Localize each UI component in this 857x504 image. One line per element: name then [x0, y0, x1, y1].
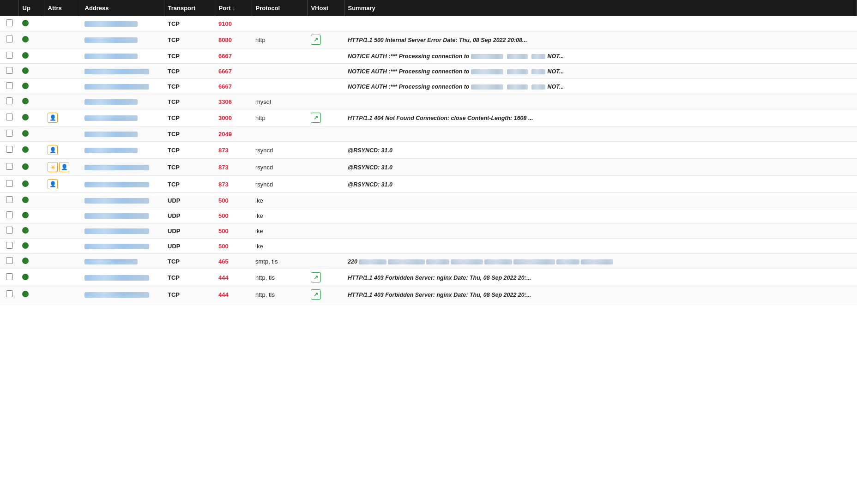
- col-header-up[interactable]: Up: [18, 0, 44, 16]
- row-checkbox[interactable]: [6, 130, 13, 137]
- up-indicator: [22, 20, 29, 26]
- protocol-cell: rsyncd: [252, 159, 307, 176]
- row-checkbox[interactable]: [6, 82, 13, 89]
- protocol-cell: [252, 48, 307, 64]
- row-checkbox[interactable]: [6, 290, 13, 297]
- summary-cell: @RSYNCD: 31.0: [344, 159, 857, 176]
- row-checkbox[interactable]: [6, 146, 13, 153]
- vhost-cell: [307, 208, 344, 223]
- port-cell: 2049: [215, 126, 252, 142]
- row-checkbox[interactable]: [6, 257, 13, 264]
- port-cell: 3306: [215, 94, 252, 109]
- up-indicator: [22, 197, 29, 203]
- protocol-cell: http: [252, 31, 307, 48]
- up-indicator: [22, 130, 29, 137]
- vhost-link-icon[interactable]: ↗: [311, 113, 321, 123]
- row-checkbox[interactable]: [6, 52, 13, 59]
- row-checkbox[interactable]: [6, 242, 13, 249]
- transport-cell: TCP: [164, 48, 215, 64]
- table-row: 👤TCP3000http↗HTTP/1.1 404 Not Found Conn…: [0, 109, 857, 126]
- address-cell: [81, 94, 164, 109]
- up-indicator: [22, 163, 29, 170]
- row-checkbox[interactable]: [6, 67, 13, 74]
- up-indicator: [22, 83, 29, 89]
- summary-cell: HTTP/1.1 403 Forbidden Server: nginx Dat…: [344, 286, 857, 303]
- address-cell: [81, 176, 164, 193]
- row-checkbox[interactable]: [6, 196, 13, 203]
- port-cell: 873: [215, 159, 252, 176]
- row-checkbox[interactable]: [6, 211, 13, 218]
- row-checkbox[interactable]: [6, 97, 13, 104]
- address-cell: [81, 126, 164, 142]
- person-icon[interactable]: 👤: [48, 113, 58, 123]
- summary-cell: @RSYNCD: 31.0: [344, 142, 857, 159]
- address-cell: [81, 109, 164, 126]
- vhost-link-icon[interactable]: ↗: [311, 35, 321, 45]
- transport-cell: UDP: [164, 223, 215, 239]
- protocol-cell: [252, 64, 307, 79]
- vhost-link-icon[interactable]: ↗: [311, 272, 321, 282]
- up-indicator: [22, 227, 29, 234]
- up-indicator: [22, 180, 29, 187]
- summary-cell: [344, 208, 857, 223]
- vhost-cell: [307, 176, 344, 193]
- protocol-cell: http: [252, 109, 307, 126]
- vhost-cell: ↗: [307, 31, 344, 48]
- up-indicator: [22, 36, 29, 42]
- transport-cell: TCP: [164, 286, 215, 303]
- up-indicator: [22, 242, 29, 249]
- col-header-attrs[interactable]: Attrs: [44, 0, 81, 16]
- table-row: TCP9100: [0, 16, 857, 31]
- row-checkbox[interactable]: [6, 19, 13, 26]
- row-checkbox[interactable]: [6, 163, 13, 170]
- summary-cell: HTTP/1.1 404 Not Found Connection: close…: [344, 109, 857, 126]
- col-header-vhost[interactable]: VHost: [307, 0, 344, 16]
- protocol-cell: ike: [252, 208, 307, 223]
- protocol-cell: [252, 16, 307, 31]
- row-checkbox[interactable]: [6, 180, 13, 187]
- star-icon[interactable]: ✳: [48, 162, 58, 172]
- address-cell: [81, 16, 164, 31]
- col-header-transport[interactable]: Transport: [164, 0, 215, 16]
- address-cell: [81, 31, 164, 48]
- row-checkbox[interactable]: [6, 273, 13, 280]
- row-checkbox[interactable]: [6, 36, 13, 42]
- transport-cell: TCP: [164, 142, 215, 159]
- person-icon[interactable]: 👤: [48, 145, 58, 155]
- port-cell: 444: [215, 286, 252, 303]
- vhost-cell: [307, 126, 344, 142]
- vhost-cell: [307, 16, 344, 31]
- summary-cell: [344, 193, 857, 208]
- protocol-cell: smtp, tls: [252, 254, 307, 269]
- port-cell: 500: [215, 208, 252, 223]
- vhost-cell: [307, 254, 344, 269]
- up-indicator: [22, 146, 29, 153]
- port-cell: 444: [215, 269, 252, 286]
- vhost-link-icon[interactable]: ↗: [311, 289, 321, 300]
- person-icon[interactable]: 👤: [48, 179, 58, 189]
- up-indicator: [22, 258, 29, 264]
- up-indicator: [22, 212, 29, 218]
- table-row: UDP500ike: [0, 193, 857, 208]
- vhost-cell: [307, 223, 344, 239]
- col-header-summary[interactable]: Summary: [344, 0, 857, 16]
- table-row: ✳👤TCP873rsyncd@RSYNCD: 31.0: [0, 159, 857, 176]
- table-row: TCP2049: [0, 126, 857, 142]
- person-icon[interactable]: 👤: [59, 162, 69, 172]
- port-cell: 8080: [215, 31, 252, 48]
- row-checkbox[interactable]: [6, 227, 13, 234]
- port-cell: 500: [215, 223, 252, 239]
- col-header-protocol[interactable]: Protocol: [252, 0, 307, 16]
- row-checkbox[interactable]: [6, 114, 13, 120]
- transport-cell: UDP: [164, 239, 215, 254]
- main-table-container: Up Attrs Address Transport Port Protocol…: [0, 0, 857, 303]
- col-header-address[interactable]: Address: [81, 0, 164, 16]
- table-row: TCP444http, tls↗HTTP/1.1 403 Forbidden S…: [0, 286, 857, 303]
- vhost-cell: [307, 79, 344, 94]
- col-header-port[interactable]: Port: [215, 0, 252, 16]
- table-body: TCP9100TCP8080http↗HTTP/1.1 500 Internal…: [0, 16, 857, 303]
- address-cell: [81, 286, 164, 303]
- protocol-cell: rsyncd: [252, 176, 307, 193]
- protocol-cell: http, tls: [252, 269, 307, 286]
- transport-cell: UDP: [164, 193, 215, 208]
